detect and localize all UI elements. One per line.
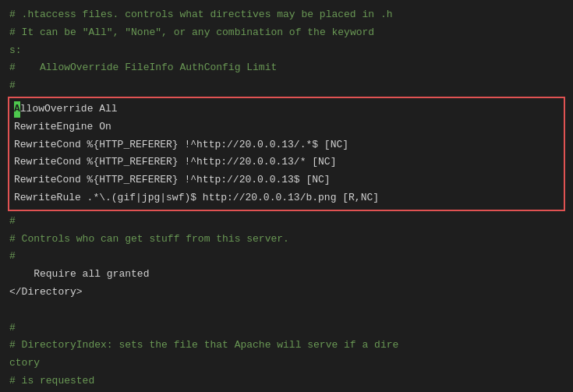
code-text: # Controls who can get stuff from this s…: [9, 231, 289, 248]
code-text: # .htaccess files. controls what directi…: [9, 7, 392, 23]
code-line: Require all granted: [0, 266, 573, 284]
code-text: s:: [9, 43, 22, 59]
code-text: # AllowOverride FileInfo AuthConfig Limi…: [9, 60, 277, 76]
code-line: s:: [0, 42, 573, 60]
code-text: [9, 302, 16, 319]
code-line: # Controls who can get stuff from this s…: [0, 231, 573, 249]
code-text: #: [9, 249, 16, 265]
code-text: #: [9, 78, 16, 94]
code-text: #: [9, 25, 22, 41]
code-line: AllowOverride All: [14, 101, 559, 118]
code-line: RewriteCond %{HTTP_REFERER} !^http://20.…: [14, 171, 559, 189]
code-text: RewriteCond %{HTTP_REFERER} !^http://20.…: [14, 154, 336, 171]
code-text: # DirectoryIndex: sets the file that Apa…: [9, 337, 398, 354]
code-text: RewriteCond %{HTTP_REFERER} !^http://20.…: [14, 172, 331, 189]
code-line: # It can be "All", "None", or any combin…: [0, 24, 573, 42]
code-line: ctory: [0, 355, 573, 373]
code-line: [0, 302, 573, 320]
code-text: ctory: [9, 355, 40, 372]
code-text: llowOverride All: [20, 101, 118, 118]
first-char-highlight: A: [14, 101, 20, 118]
code-line: #: [0, 213, 573, 231]
code-text: RewriteCond %{HTTP_REFERER} !^http://20.…: [14, 137, 348, 154]
code-text: #: [9, 320, 16, 337]
code-text: # is requested: [9, 373, 94, 390]
code-line: RewriteEngine On: [14, 118, 559, 136]
code-line: RewriteCond %{HTTP_REFERER} !^http://20.…: [14, 154, 559, 171]
code-line: #: [0, 248, 573, 266]
code-line: </Directory>: [0, 284, 573, 302]
code-line: RewriteCond %{HTTP_REFERER} !^http://20.…: [14, 136, 559, 154]
code-text: RewriteRule .*\.(gif|jpg|swf)$ http://20…: [14, 190, 379, 207]
code-line: #: [0, 77, 573, 95]
code-viewer: # .htaccess files. controls what directi…: [0, 0, 573, 392]
code-text: Require all granted: [9, 267, 149, 283]
code-line: #: [0, 320, 573, 337]
code-text: </Directory>: [9, 284, 83, 301]
code-text: #: [9, 214, 16, 230]
it-text: It: [22, 25, 34, 41]
code-line: # is requested: [0, 373, 573, 390]
code-line: # DirectoryIndex: sets the file that Apa…: [0, 337, 573, 355]
code-text: RewriteEngine On: [14, 119, 111, 136]
code-line: # .htaccess files. controls what directi…: [0, 6, 573, 24]
code-text: can be "All", "None", or any combination…: [34, 25, 374, 41]
code-line: RewriteRule .*\.(gif|jpg|swf)$ http://20…: [14, 189, 559, 207]
code-line: # AllowOverride FileInfo AuthConfig Limi…: [0, 59, 573, 77]
highlighted-code-block: AllowOverride All RewriteEngine On Rewri…: [8, 97, 565, 211]
